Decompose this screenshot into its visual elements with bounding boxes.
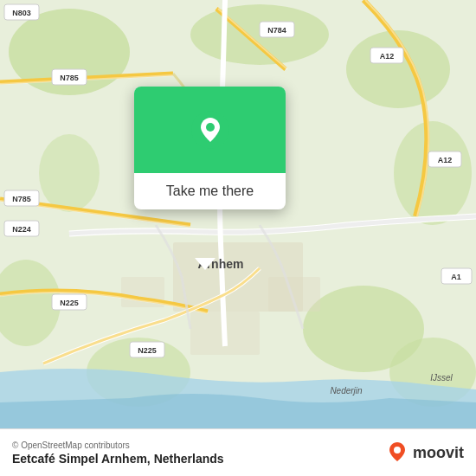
moovit-label: moovit: [413, 444, 464, 462]
svg-text:IJssel: IJssel: [430, 373, 453, 383]
svg-text:Nederjin: Nederjin: [330, 386, 363, 396]
svg-text:N224: N224: [12, 225, 31, 234]
svg-text:N785: N785: [60, 74, 79, 82]
svg-text:N784: N784: [267, 26, 286, 35]
footer-info: © OpenStreetMap contributors Eetcafé Sim…: [12, 441, 224, 466]
svg-text:N225: N225: [60, 299, 79, 307]
popup-triangle: [195, 258, 215, 270]
svg-text:N225: N225: [138, 346, 157, 355]
location-name: Eetcafé Simpel Arnhem, Netherlands: [12, 452, 224, 466]
svg-point-44: [206, 123, 215, 132]
svg-text:A12: A12: [438, 156, 453, 164]
map-view: N803 N785 N785 N784 A12 A12 N224 N225 N2…: [0, 0, 476, 428]
moovit-logo: moovit: [385, 441, 464, 465]
svg-point-9: [39, 134, 100, 212]
location-pin-icon: [191, 111, 229, 149]
svg-text:A12: A12: [380, 52, 395, 61]
svg-text:N785: N785: [12, 195, 31, 203]
svg-text:A1: A1: [451, 273, 461, 281]
popup-card-header: [134, 87, 286, 173]
svg-text:N803: N803: [12, 9, 31, 17]
moovit-icon: [385, 441, 409, 465]
take-me-there-button[interactable]: Take me there: [134, 173, 286, 209]
svg-point-45: [394, 447, 401, 453]
map-svg: N803 N785 N785 N784 A12 A12 N224 N225 N2…: [0, 0, 476, 428]
footer-bar: © OpenStreetMap contributors Eetcafé Sim…: [0, 428, 476, 476]
copyright-text: © OpenStreetMap contributors: [12, 441, 224, 450]
svg-point-4: [394, 121, 472, 225]
popup-card[interactable]: Take me there: [134, 87, 286, 209]
